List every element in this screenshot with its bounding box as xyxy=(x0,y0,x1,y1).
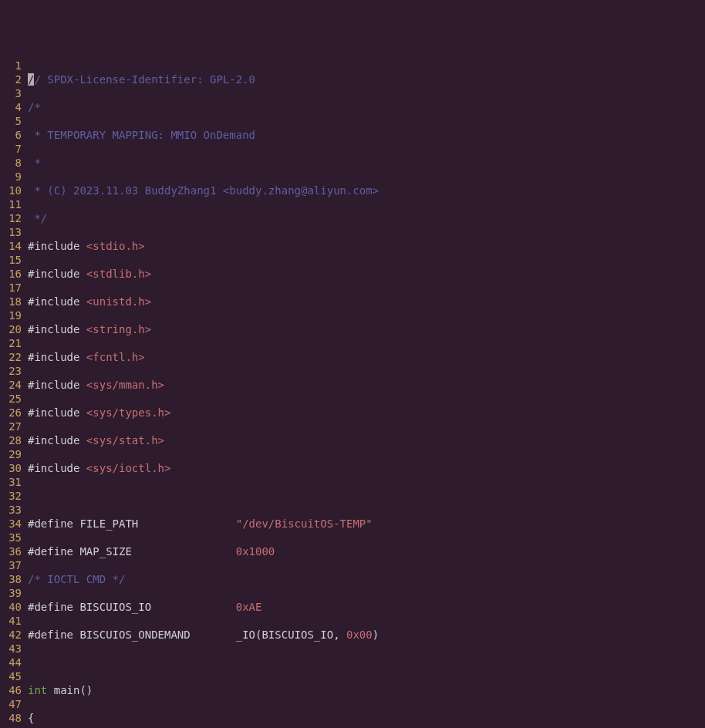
line-number: 39 xyxy=(0,586,22,600)
line-number: 34 xyxy=(0,517,22,531)
line-number: 37 xyxy=(0,558,22,572)
line-number: 19 xyxy=(0,308,22,322)
line-number: 22 xyxy=(0,350,22,364)
line-number: 42 xyxy=(0,628,22,642)
code-line: */ xyxy=(28,211,457,225)
line-number: 11 xyxy=(0,197,22,211)
code-line: #define MAP_SIZE 0x1000 xyxy=(28,544,457,558)
code-line: #define BISCUIOS_ONDEMAND _IO(BISCUIOS_I… xyxy=(28,628,457,642)
line-number: 45 xyxy=(0,669,22,683)
code-line: #include <unistd.h> xyxy=(28,295,457,308)
line-number: 32 xyxy=(0,489,22,503)
line-number: 38 xyxy=(0,572,22,586)
line-number: 29 xyxy=(0,447,22,461)
line-number: 9 xyxy=(0,170,22,184)
line-number: 13 xyxy=(0,225,22,239)
line-number: 8 xyxy=(0,156,22,170)
line-number: 16 xyxy=(0,267,22,281)
line-number: 41 xyxy=(0,614,22,628)
line-number: 46 xyxy=(0,683,22,697)
code-line: * xyxy=(28,156,457,170)
line-number: 23 xyxy=(0,364,22,378)
line-number: 14 xyxy=(0,239,22,253)
line-number: 31 xyxy=(0,475,22,489)
line-number: 10 xyxy=(0,184,22,197)
line-number: 49 xyxy=(0,725,22,728)
code-line: /* xyxy=(28,100,457,114)
line-number: 36 xyxy=(0,544,22,558)
line-number: 35 xyxy=(0,531,22,544)
code-line: /* IOCTL CMD */ xyxy=(28,572,457,586)
code-line: * TEMPORARY MAPPING: MMIO OnDemand xyxy=(28,128,457,142)
code-editor[interactable]: 1234567891011121314151617181920212223242… xyxy=(0,56,705,728)
line-number: 2 xyxy=(0,72,22,86)
line-number: 26 xyxy=(0,406,22,420)
code-line: #include <fcntl.h> xyxy=(28,350,457,364)
line-number: 4 xyxy=(0,100,22,114)
line-number: 3 xyxy=(0,86,22,100)
code-line: #include <stdlib.h> xyxy=(28,267,457,281)
code-line: // SPDX-License-Identifier: GPL-2.0 xyxy=(28,72,457,86)
code-line xyxy=(28,656,457,669)
code-line: #define FILE_PATH "/dev/BiscuitOS-TEMP" xyxy=(28,517,457,531)
line-number: 43 xyxy=(0,642,22,656)
code-line: #define BISCUIOS_IO 0xAE xyxy=(28,600,457,614)
line-number: 33 xyxy=(0,503,22,517)
line-number-gutter: 1234567891011121314151617181920212223242… xyxy=(0,59,25,728)
code-line: { xyxy=(28,711,457,725)
code-line: #include <stdio.h> xyxy=(28,239,457,253)
code-line: * (C) 2023.11.03 BuddyZhang1 <buddy.zhan… xyxy=(28,184,457,197)
line-number: 25 xyxy=(0,392,22,406)
code-line xyxy=(28,489,457,503)
line-number: 47 xyxy=(0,697,22,711)
line-number: 7 xyxy=(0,142,22,156)
line-number: 6 xyxy=(0,128,22,142)
line-number: 44 xyxy=(0,656,22,669)
code-line: #include <sys/ioctl.h> xyxy=(28,461,457,475)
line-number: 24 xyxy=(0,378,22,392)
line-number: 17 xyxy=(0,281,22,295)
line-number: 30 xyxy=(0,461,22,475)
line-number: 20 xyxy=(0,322,22,336)
line-number: 15 xyxy=(0,253,22,267)
line-number: 27 xyxy=(0,420,22,433)
line-number: 21 xyxy=(0,336,22,350)
line-number: 5 xyxy=(0,114,22,128)
line-number: 48 xyxy=(0,711,22,725)
code-line: #include <sys/mman.h> xyxy=(28,378,457,392)
line-number: 18 xyxy=(0,295,22,308)
code-line: int main() xyxy=(28,683,457,697)
line-number: 1 xyxy=(0,59,22,72)
code-line: #include <string.h> xyxy=(28,322,457,336)
code-line: #include <sys/stat.h> xyxy=(28,433,457,447)
code-area[interactable]: // SPDX-License-Identifier: GPL-2.0 /* *… xyxy=(25,59,457,728)
line-number: 12 xyxy=(0,211,22,225)
code-line: #include <sys/types.h> xyxy=(28,406,457,420)
line-number: 40 xyxy=(0,600,22,614)
line-number: 28 xyxy=(0,433,22,447)
